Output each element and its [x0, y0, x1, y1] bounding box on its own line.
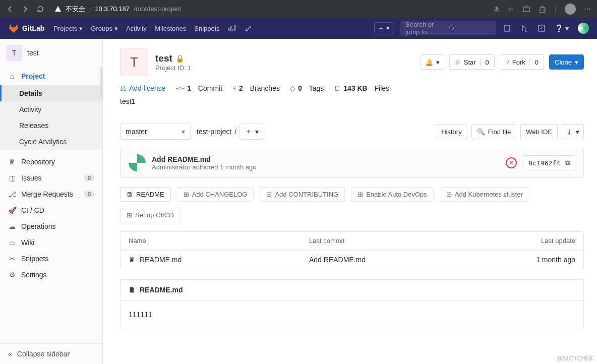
sidebar-item-cicd[interactable]: 🚀CI / CD [0, 202, 102, 218]
reload-icon[interactable] [36, 5, 44, 13]
sidebar-item-wiki[interactable]: ▭Wiki [0, 234, 102, 251]
nav-milestones[interactable]: Milestones [155, 25, 186, 32]
breadcrumb-add-dropdown[interactable]: ＋▾ [240, 124, 264, 140]
plus-square-icon: ⊞ [184, 191, 189, 198]
chevron-down-icon: ▾ [255, 128, 259, 136]
doc-icon: 🗎 [8, 158, 16, 166]
sidebar-sub-details[interactable]: Details [0, 85, 102, 101]
fork-button[interactable]: ⑂Fork0 [500, 54, 544, 70]
header-todos-icon[interactable] [538, 24, 546, 32]
sidebar-sub-cycle-analytics[interactable]: Cycle Analytics [0, 134, 102, 150]
tags-stat[interactable]: ◇0 Tags [290, 84, 324, 92]
plus-square-icon: ⊞ [266, 191, 272, 198]
lock-icon: 🔒 [175, 54, 184, 63]
back-icon[interactable] [6, 5, 14, 13]
sidebar-item-merge-requests[interactable]: ⎇Merge Requests0 [0, 186, 102, 202]
sidebar-item-snippets[interactable]: ✂Snippets [0, 251, 102, 267]
find-file-button[interactable]: 🔍Find file [471, 124, 517, 139]
readme-content: 111111 [121, 300, 583, 329]
extensions-icon[interactable] [539, 5, 547, 13]
commit-title[interactable]: Add README.md [152, 155, 211, 163]
commits-stat[interactable]: -○-1 Commit [175, 84, 222, 92]
col-last-update: Last update [490, 237, 575, 245]
add-license-link[interactable]: ⚖Add license [120, 84, 165, 92]
chip-add-kubernetes[interactable]: ⊞Add Kubernetes cluster [440, 187, 529, 202]
chip-setup-cicd[interactable]: ⊞Set up CI/CD [120, 208, 181, 222]
sidebar-item-settings[interactable]: ⚙Settings [0, 267, 102, 283]
sidebar-collapse[interactable]: «Collapse sidebar [0, 343, 102, 364]
merge-count-badge: 0 [84, 191, 94, 198]
branches-stat[interactable]: ⑂2 Branches [232, 84, 280, 92]
chip-readme[interactable]: 🗎README [120, 187, 171, 202]
pipeline-status-failed-icon[interactable]: ✕ [506, 157, 517, 168]
project-id-label: Project ID: 1 [155, 64, 192, 72]
copy-icon[interactable]: ⧉ [565, 159, 570, 167]
notification-dropdown[interactable]: 🔔▾ [421, 54, 444, 70]
plus-square-icon: ⊞ [127, 211, 132, 219]
forward-icon[interactable] [21, 5, 29, 13]
chevron-down-icon: ▾ [182, 128, 185, 136]
commit-author-avatar[interactable] [129, 154, 146, 171]
nav-graph-icon[interactable] [228, 24, 236, 32]
search-icon: 🔍 [477, 128, 485, 136]
header-new-icon[interactable]: ＋ ▾ [374, 22, 393, 34]
nav-activity[interactable]: Activity [126, 25, 147, 32]
home-icon: ⌂ [8, 72, 16, 80]
file-icon: 🗎 [129, 286, 136, 294]
header-search[interactable]: Search or jump to... [400, 21, 496, 35]
browser-menu-icon[interactable]: ⋯ [584, 5, 591, 13]
sidebar-item-repository[interactable]: 🗎Repository [0, 154, 102, 170]
star-button[interactable]: ☆Star0 [449, 54, 495, 70]
web-ide-button[interactable]: Web IDE [520, 124, 558, 139]
header-user-avatar[interactable] [578, 23, 589, 34]
sidebar-item-issues[interactable]: ◫Issues0 [0, 170, 102, 186]
screenshot-icon[interactable] [522, 5, 530, 13]
chevron-down-icon: ▾ [114, 25, 118, 32]
sidebar-sub-releases[interactable]: Releases [0, 117, 102, 134]
clone-button[interactable]: Clone▾ [549, 54, 584, 70]
header-help-icon[interactable]: ❔ ▾ [555, 24, 569, 32]
last-commit-card: Add README.md Administrator authored 1 m… [120, 148, 584, 178]
branch-icon: ⑂ [232, 84, 236, 92]
rocket-icon: 🚀 [8, 206, 16, 214]
nav-snippets[interactable]: Snippets [194, 25, 220, 32]
header-merge-icon[interactable] [520, 24, 528, 32]
commit-icon: -○- [175, 84, 185, 92]
files-stat[interactable]: 🗎143 KB Files [334, 84, 389, 92]
sidebar-sub-activity[interactable]: Activity [0, 101, 102, 117]
browser-profile-avatar[interactable] [565, 4, 576, 15]
project-sidebar: T test ⌂Project Details Activity Release… [0, 39, 103, 364]
breadcrumb-root[interactable]: test-project [197, 128, 231, 136]
chip-add-changelog[interactable]: ⊞Add CHANGELOG [177, 187, 254, 202]
nav-groups[interactable]: Groups▾ [91, 25, 118, 32]
project-name: test [27, 49, 39, 57]
watermark: @51CTO博客 [556, 354, 594, 363]
nav-admin-icon[interactable] [244, 24, 252, 32]
bookmark-star-icon[interactable]: ☆ [508, 5, 514, 13]
chip-enable-autodevops[interactable]: ⊞Enable Auto DevOps [351, 187, 434, 202]
chevron-down-icon: ▾ [576, 128, 579, 136]
translate-icon[interactable]: あ [494, 5, 500, 13]
gitlab-logo[interactable]: GitLab [8, 23, 44, 34]
col-name: Name [129, 237, 309, 245]
chip-add-contributing[interactable]: ⊞Add CONTRIBUTING [260, 187, 345, 202]
project-tile: T [6, 45, 22, 61]
file-icon: 🗎 [129, 256, 136, 264]
history-button[interactable]: History [436, 124, 467, 139]
file-icon: 🗎 [127, 191, 133, 198]
sidebar-item-operations[interactable]: ☁Operations [0, 218, 102, 234]
header-issues-icon[interactable] [503, 24, 511, 32]
insecure-icon [54, 6, 62, 13]
address-bar[interactable]: 不安全 | 10.3.70.187/root/test-project [51, 3, 483, 16]
commit-sha: 8c1962f4⧉ [523, 155, 575, 170]
issues-count-badge: 0 [84, 174, 94, 181]
nav-projects[interactable]: Projects▾ [53, 25, 83, 32]
download-dropdown[interactable]: ⭳▾ [562, 124, 584, 139]
table-row[interactable]: 🗎README.md Add README.md 1 month ago [121, 250, 583, 269]
branch-select[interactable]: master▾ [120, 124, 191, 140]
svg-rect-2 [505, 25, 510, 31]
project-stats: ⚖Add license -○-1 Commit ⑂2 Branches ◇0 … [120, 84, 584, 92]
sidebar-project-header[interactable]: T test [0, 39, 102, 67]
cloud-icon: ☁ [8, 222, 16, 230]
sidebar-item-project[interactable]: ⌂Project [0, 68, 102, 84]
